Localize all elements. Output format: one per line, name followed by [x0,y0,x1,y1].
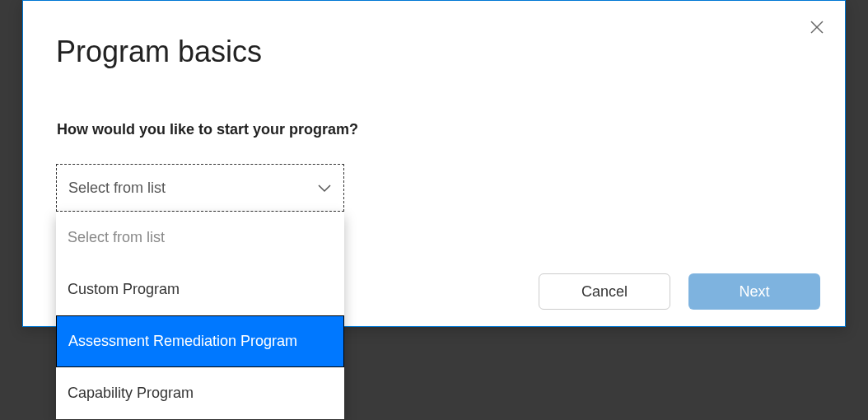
cancel-button[interactable]: Cancel [539,273,670,310]
cancel-button-label: Cancel [581,283,628,301]
modal-title: Program basics [56,35,262,69]
next-button[interactable]: Next [688,273,820,310]
modal-footer: Cancel Next [539,273,820,310]
close-icon [810,20,824,35]
chevron-down-icon [317,183,332,193]
dropdown-option-label: Custom Program [68,281,180,298]
dropdown-option-assessment-remediation[interactable]: Assessment Remediation Program [56,315,344,367]
dropdown-option-placeholder[interactable]: Select from list [56,212,344,264]
program-basics-modal: Program basics How would you like to sta… [22,0,846,327]
dropdown-option-label: Assessment Remediation Program [68,333,297,350]
dropdown-option-label: Capability Program [68,385,194,402]
dropdown-option-custom[interactable]: Custom Program [56,264,344,315]
close-button[interactable] [807,17,827,37]
select-value: Select from list [68,180,166,197]
next-button-label: Next [739,283,769,301]
dropdown-option-capability[interactable]: Capability Program [56,367,344,419]
dropdown-option-label: Select from list [68,229,165,246]
question-label: How would you like to start your program… [57,121,358,138]
program-select-dropdown: Select from list Custom Program Assessme… [56,212,344,419]
program-select[interactable]: Select from list [56,164,344,212]
